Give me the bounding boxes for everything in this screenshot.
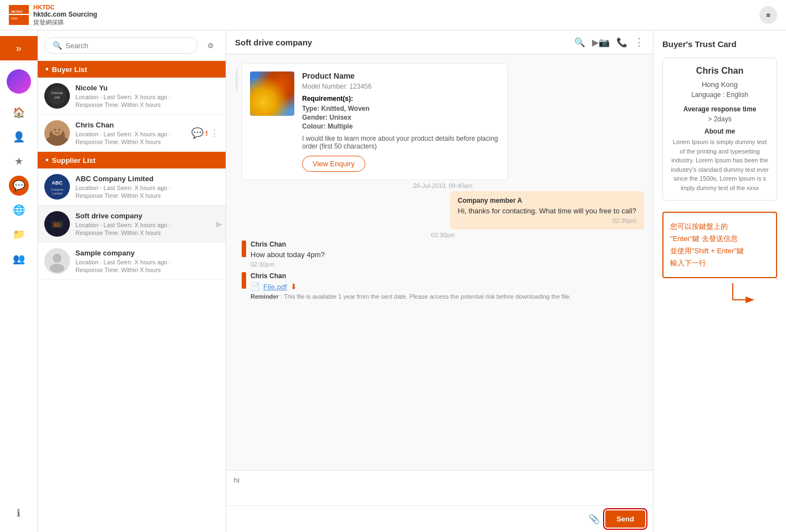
settings-icon-button[interactable]: ⚙ [202, 37, 219, 54]
contact-response-chris: Response Time: Within X hours [75, 139, 186, 145]
contact-info-chris: Chris Chan Location · Last Seen: X hours… [75, 121, 186, 145]
sidebar-item-favorites[interactable]: ★ [9, 151, 29, 171]
contact-item-softdrive[interactable]: $D Soft drive company Location · Last Se… [38, 206, 226, 243]
product-gender-label: Gender: [302, 114, 328, 121]
about-me-label: About me [671, 127, 769, 135]
contact-meta-sample: Location · Last Seen: X hours ago · [75, 259, 219, 265]
contact-avatar-abc: ABC Company Limited [44, 174, 70, 200]
contact-name-chris: Chris Chan [75, 121, 186, 129]
hktdc-logo-icon: HKTDC hktdc [9, 5, 29, 25]
msg-text-company-a: Hi, thanks for contacting. What time wil… [458, 207, 636, 215]
chat-list-search-bar: 🔍 ⚙ [38, 30, 226, 61]
more-chat-options-icon[interactable]: ⋮ [634, 36, 644, 48]
buyer-list-label: Buyer List [52, 65, 88, 74]
sent-indicator-bar [242, 241, 246, 257]
download-file-icon[interactable]: ⬇ [290, 282, 297, 291]
sidebar-item-info[interactable]: ℹ [9, 503, 29, 523]
product-name: Product Name [302, 71, 499, 80]
info-icon: ℹ [17, 507, 21, 519]
file-pdf-icon: 📄 [251, 282, 260, 291]
contact-item-chris[interactable]: Chris Chan Location · Last Seen: X hours… [38, 115, 226, 152]
message-input[interactable] [234, 476, 645, 498]
contact-item-nicole[interactable]: STRAND APE Nicole Yu Location · Last See… [38, 78, 226, 115]
sidebar-expand-button[interactable]: » [0, 36, 38, 60]
contact-actions-chris: 💬 ! ⋮ [191, 127, 219, 139]
chat-header-actions: 🔍 ▶📷 📞 ⋮ [574, 36, 644, 48]
tooltip-line4: 輸入下一行 [670, 257, 769, 269]
search-input[interactable] [65, 42, 190, 50]
attach-file-button[interactable]: 📎 [589, 514, 600, 524]
file-attachment: 📄 File.pdf ⬇ [251, 282, 644, 291]
people-settings-icon: 👥 [13, 253, 25, 265]
contact-response-sample: Response Time: Within X hours [75, 267, 219, 273]
file-link[interactable]: File.pdf [263, 283, 287, 291]
chat-icon: 💬 [13, 180, 25, 192]
chat-input-area: 📎 Send [226, 470, 653, 532]
send-message-button[interactable]: Send [605, 510, 645, 528]
contact-response-nicole: Response Time: Within X hours [75, 101, 219, 108]
home-icon: 🏠 [13, 106, 25, 119]
contact-info-abc: ABC Company Limited Location · Last Seen… [75, 175, 219, 199]
file-reminder: Reminder : This file is available 1 year… [251, 293, 644, 300]
svg-text:$D: $D [54, 222, 60, 228]
sidebar-item-home[interactable]: 🏠 [9, 103, 29, 122]
contact-response-abc: Response Time: Within X hours [75, 192, 219, 199]
exclamation-badge: ! [206, 129, 208, 137]
contact-avatar-nicole: STRAND APE [44, 83, 70, 109]
sidebar-item-messages[interactable]: 💬 [9, 176, 29, 196]
user-avatar[interactable] [7, 69, 31, 94]
product-colour-row: Colour: Multiple [302, 122, 499, 130]
chat-input-actions: 📎 Send [226, 506, 653, 532]
chat-messages: Product Name Model Number: 123456 Requir… [226, 54, 653, 470]
trust-card-name: Chris Chan [671, 66, 769, 76]
message-area-with-scroll: Product Name Model Number: 123456 Requir… [235, 63, 644, 300]
chat-input-box[interactable] [226, 470, 653, 506]
msg-sent-time-1: 02:30pm [251, 261, 644, 268]
contact-item-sample[interactable]: Sample company Location · Last Seen: X h… [38, 243, 226, 280]
svg-text:hktdc: hktdc [11, 17, 18, 20]
contact-item-abc[interactable]: ABC Company Limited ABC Company Limited … [38, 168, 226, 206]
message-received-1: Company member A Hi, thanks for contacti… [242, 191, 644, 229]
svg-point-11 [54, 129, 56, 131]
buyer-list-header: Buyer List [38, 61, 226, 78]
contact-info-nicole: Nicole Yu Location · Last Seen: X hours … [75, 84, 219, 108]
active-contact-indicator: ▶ [216, 219, 222, 228]
hamburger-menu-button[interactable]: ≡ [759, 6, 777, 24]
search-box[interactable]: 🔍 [44, 37, 198, 54]
product-model: Model Number: 123456 [302, 83, 499, 90]
product-image-inner [250, 71, 294, 116]
contact-avatar-chris [44, 120, 70, 146]
svg-text:ABC: ABC [52, 180, 63, 186]
sidebar-item-profile[interactable]: 👤 [9, 127, 29, 147]
logo-sourcing: hktdc.com Sourcing [33, 11, 97, 18]
tooltip-arrow-area [662, 280, 777, 308]
product-type-row: Type: Knitted, Woven [302, 105, 499, 112]
msg-sent-text-1: How about today 4pm? [251, 250, 644, 259]
phone-call-icon[interactable]: 📞 [616, 37, 627, 48]
sidebar-item-globe[interactable]: 🌐 [9, 200, 29, 220]
svg-point-22 [50, 264, 64, 273]
more-options-icon[interactable]: ⋮ [210, 128, 219, 139]
contact-avatar-sample [44, 248, 70, 274]
video-call-icon[interactable]: ▶📷 [592, 37, 610, 48]
supplier-list-header: Supplier List [38, 152, 226, 168]
svg-point-12 [59, 129, 60, 131]
product-details: Product Name Model Number: 123456 Requir… [302, 71, 499, 172]
top-bar: HKTDC hktdc HKTDC hktdc.com Sourcing 貿發網… [0, 0, 786, 30]
search-chat-icon[interactable]: 🔍 [574, 37, 585, 48]
sidebar-item-file[interactable]: 📁 [9, 224, 29, 244]
tooltip-arrow-svg [727, 280, 761, 308]
logo-text: HKTDC hktdc.com Sourcing 貿發網採購 [33, 4, 97, 27]
message-sent-2: Chris Chan 📄 File.pdf ⬇ Reminder : This … [242, 272, 644, 300]
svg-text:Company: Company [51, 188, 64, 191]
message-sent-1: Chris Chan How about today 4pm? 02:30pm [242, 241, 644, 268]
view-enquiry-button[interactable]: View Enquiry [302, 156, 365, 172]
chat-header: Soft drive company 🔍 ▶📷 📞 ⋮ [226, 30, 653, 54]
star-icon: ★ [14, 155, 23, 167]
contact-avatar-softdrive: $D [44, 211, 70, 237]
sidebar-item-settings[interactable]: 👥 [9, 249, 29, 269]
msg-sent-content-1: Chris Chan How about today 4pm? 02:30pm [251, 241, 644, 268]
scroll-indicator [236, 69, 238, 91]
reminder-text: : This file is available 1 year from the… [280, 293, 571, 300]
reminder-label: Reminder [251, 293, 279, 300]
